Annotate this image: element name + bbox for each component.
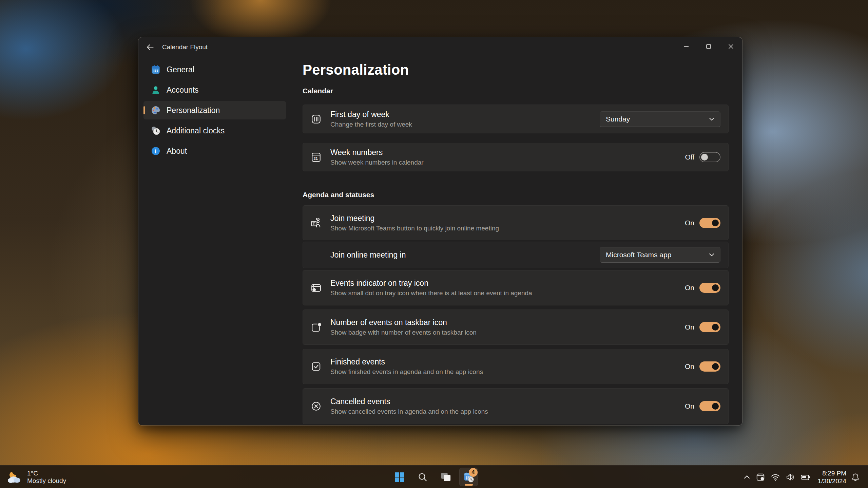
calendar-flyout-tray-icon-button[interactable] (753, 469, 768, 485)
setting-title: Join meeting (330, 214, 499, 223)
selected-accent-bar (143, 106, 145, 114)
notification-center-button[interactable] (848, 469, 863, 485)
section-label-agenda: Agenda and statuses (303, 191, 374, 199)
setting-title: Week numbers (330, 148, 424, 157)
sidebar: General Accounts Person (143, 60, 286, 162)
toggle-knob (701, 154, 708, 161)
search-icon (418, 472, 428, 482)
setting-title: Join online meeting in (330, 250, 406, 260)
cancelled-events-toggle[interactable] (699, 401, 720, 411)
setting-row-week-numbers: 21 Week numbers Show week numbers in cal… (303, 143, 729, 171)
section-label-calendar: Calendar (303, 87, 333, 95)
setting-description: Show badge with number of events on task… (330, 329, 477, 336)
first-day-of-week-dropdown[interactable]: Sunday (600, 111, 720, 127)
join-meeting-toggle[interactable] (699, 218, 720, 228)
bell-icon (851, 473, 860, 482)
back-button[interactable] (143, 40, 157, 54)
person-icon (151, 85, 161, 95)
setting-row-join-meeting: Join meeting Show Microsoft Teams button… (303, 205, 729, 240)
events-indicator-toggle[interactable] (699, 283, 720, 293)
speaker-icon (786, 473, 795, 481)
palette-icon (151, 105, 161, 115)
toggle-state-label: On (685, 284, 694, 292)
sidebar-item-additional-clocks[interactable]: Additional clocks (143, 121, 286, 140)
week-numbers-toggle[interactable] (699, 152, 720, 162)
toggle-knob (712, 324, 719, 331)
volume-button[interactable] (783, 469, 798, 485)
calendar-flyout-app-button[interactable]: 4 (459, 468, 478, 486)
start-button[interactable] (390, 468, 409, 486)
toggle-state-label: Off (685, 153, 694, 161)
setting-description: Show Microsoft Teams button to quickly j… (330, 225, 499, 232)
setting-title: First day of week (330, 110, 412, 119)
svg-text:21: 21 (314, 156, 318, 161)
setting-row-first-day-of-week: First day of week Change the first day o… (303, 105, 729, 133)
calendar-21-icon: 21 (311, 152, 322, 163)
active-app-indicator (465, 484, 473, 486)
back-arrow-icon (146, 43, 155, 52)
system-tray: 8:29 PM 1/30/2024 (741, 466, 868, 488)
battery-saver-icon (801, 473, 811, 481)
window-title: Calendar Flyout (162, 43, 208, 51)
setting-row-join-online-meeting-in: Join online meeting in Microsoft Teams a… (303, 242, 729, 268)
info-icon (151, 146, 161, 156)
finished-events-toggle[interactable] (699, 361, 720, 372)
toggle-knob (712, 403, 719, 410)
clock-widget[interactable]: 8:29 PM 1/30/2024 (817, 469, 846, 485)
setting-row-cancelled-events: Cancelled events Show cancelled events i… (303, 388, 729, 424)
setting-title: Events indicator on tray icon (330, 279, 532, 288)
setting-row-events-indicator: Events indicator on tray icon Show small… (303, 270, 729, 305)
sidebar-item-personalization[interactable]: Personalization (143, 101, 286, 119)
sidebar-item-accounts[interactable]: Accounts (143, 81, 286, 99)
setting-description: Change the first day of week (330, 121, 412, 128)
setting-row-finished-events: Finished events Show finished events in … (303, 349, 729, 384)
tray-dot-icon (311, 282, 322, 293)
toggle-knob (712, 363, 719, 370)
task-view-button[interactable] (436, 468, 455, 486)
checkbox-check-icon (311, 361, 322, 372)
calendar-icon (151, 64, 161, 75)
sidebar-item-label: General (167, 65, 194, 74)
clock-time: 8:29 PM (817, 469, 846, 477)
setting-description: Show week numbers in calendar (330, 159, 424, 166)
setting-title: Finished events (330, 357, 483, 367)
toggle-state-label: On (685, 402, 694, 410)
tray-calendar-dot-icon (756, 472, 765, 482)
toggle-state-label: On (685, 219, 694, 227)
teams-icon (311, 218, 322, 228)
app-badge-count: 4 (469, 468, 478, 477)
toggle-knob (712, 220, 719, 226)
toggle-state-label: On (685, 323, 694, 331)
sidebar-item-label: About (167, 147, 187, 156)
task-view-icon (440, 472, 451, 483)
chevron-down-icon (709, 117, 714, 121)
sidebar-item-label: Additional clocks (167, 126, 225, 135)
sidebar-item-general[interactable]: General (143, 60, 286, 79)
clock-date: 1/30/2024 (817, 477, 846, 485)
badge-dot-icon (311, 322, 322, 333)
setting-description: Show finished events in agenda and on th… (330, 368, 483, 376)
toggle-state-label: On (685, 362, 694, 371)
taskbar-center: 4 (0, 466, 868, 488)
tray-overflow-button[interactable] (741, 469, 753, 485)
windows-logo-icon (394, 472, 405, 483)
chevron-down-icon (709, 253, 714, 257)
battery-button[interactable] (798, 469, 813, 485)
wifi-button[interactable] (768, 469, 783, 485)
join-online-meeting-dropdown[interactable]: Microsoft Teams app (600, 247, 720, 263)
dropdown-value: Microsoft Teams app (606, 251, 709, 259)
wifi-icon (771, 473, 780, 481)
week-columns-icon (311, 114, 322, 125)
setting-title: Number of events on taskbar icon (330, 318, 477, 327)
settings-content: Personalization Calendar First day of we… (303, 37, 729, 425)
chevron-up-icon (744, 475, 750, 480)
clocks-icon (151, 126, 161, 136)
search-button[interactable] (413, 468, 432, 486)
sidebar-item-about[interactable]: About (143, 142, 286, 160)
setting-description: Show cancelled events in agenda and on t… (330, 408, 488, 415)
setting-title: Cancelled events (330, 397, 488, 406)
setting-description: Show small dot on tray icon when there i… (330, 289, 532, 297)
page-title: Personalization (303, 62, 409, 78)
toggle-knob (712, 284, 719, 291)
number-of-events-toggle[interactable] (699, 322, 720, 332)
